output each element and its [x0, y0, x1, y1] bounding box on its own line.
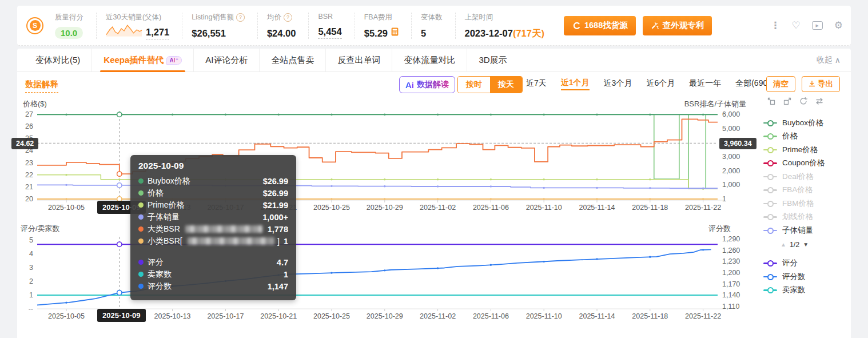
svg-text:27: 27 [25, 110, 33, 118]
legend-line-icon [763, 176, 777, 178]
compare-swap-icon[interactable] [815, 97, 824, 108]
legend-ring-icon [767, 120, 774, 126]
legend-item-划线价格[interactable]: 划线价格 [763, 210, 849, 224]
legend-ring-icon [767, 187, 774, 193]
legend-item-FBM价格[interactable]: FBM价格 [763, 197, 849, 210]
tab-3D展示[interactable]: 3D展示 [467, 49, 518, 71]
box-zoom-back-icon[interactable] [783, 97, 792, 108]
legend-line-icon [763, 289, 777, 291]
tab-label: 全站点售卖 [271, 55, 314, 66]
price-legend-list: Buybox价格价格Prime价格Coupon价格Deal价格FBA价格FBM价… [763, 116, 849, 237]
gear-icon[interactable]: ⚙ [834, 21, 843, 30]
tooltip-value: $21.99 [263, 201, 288, 210]
svg-text:2025-11-02: 2025-11-02 [420, 312, 456, 320]
calc-icon-wrap [391, 27, 399, 38]
range-近3个月[interactable]: 近3个月 [604, 78, 632, 90]
stat-label: 近30天销量(父体) [106, 13, 169, 22]
video-icon[interactable]: ▶ [812, 21, 823, 30]
tab-全站点售卖[interactable]: 全站点售卖 [260, 49, 326, 71]
series-dot [138, 260, 144, 265]
info-icon[interactable]: ? [284, 13, 292, 22]
legend-item-FBA价格[interactable]: FBA价格 [763, 184, 849, 197]
svg-text:2,000: 2,000 [722, 167, 740, 175]
svg-text:1,000: 1,000 [722, 181, 740, 189]
stat-label-text: FBA费用 [364, 13, 392, 22]
legend-item-评分数[interactable]: 评分数 [763, 270, 849, 284]
chart-tooltip: 2025-10-09 Buybox价格$26.99价格$26.99Prime价格… [130, 155, 296, 300]
svg-text:2025-11-22: 2025-11-22 [685, 204, 721, 212]
legend-item-Deal价格[interactable]: Deal价格 [763, 170, 849, 184]
ai-interpret-button[interactable]: Ai 数据解读 [399, 76, 455, 93]
product-summary-bar: S 质量得分10.0近30天销量(父体)1,271Listing销售额?$26,… [17, 6, 851, 46]
ai-badge: AI✦ [166, 56, 182, 65]
tab-AI评论分析[interactable]: AI评论分析 [194, 49, 260, 71]
export-button[interactable]: 导出 [802, 76, 840, 92]
tooltip-value: 1,778 [268, 225, 288, 234]
check-design-patent-button[interactable]: 查外观专利 [643, 16, 712, 35]
svg-text:2025-11-10: 2025-11-10 [526, 312, 562, 320]
tab-反查出单词[interactable]: 反查出单词 [326, 49, 392, 71]
svg-text:3: 3 [29, 264, 33, 272]
tooltip-row-Prime价格: Prime价格$21.99 [138, 199, 288, 211]
data-explain-link[interactable]: 数据解释 [25, 79, 58, 93]
svg-text:--: -- [29, 305, 33, 313]
export-label: 导出 [818, 79, 833, 89]
legend-item-卖家数[interactable]: 卖家数 [763, 284, 849, 297]
stat-value-row: $26,551 [192, 28, 245, 38]
legend-item-评分[interactable]: 评分 [763, 257, 849, 271]
collapse-button[interactable]: 收起 ∧ [817, 49, 841, 71]
svg-text:5,000: 5,000 [722, 125, 740, 133]
stat-label: FBA费用 [364, 13, 399, 22]
page-up-icon[interactable]: ▲ [781, 241, 786, 248]
stat-value-row: $24.00 [267, 28, 296, 38]
range-近1个月[interactable]: 近1个月 [561, 78, 590, 90]
legend-label: 划线价格 [782, 212, 813, 222]
tooltip-label: 子体销量 [148, 212, 180, 222]
find-supplier-1688-button[interactable]: 1688找货源 [564, 16, 636, 35]
legend-item-Coupon价格[interactable]: Coupon价格 [763, 157, 849, 170]
legend-line-icon [763, 263, 777, 264]
legend-item-Buybox价格[interactable]: Buybox价格 [763, 116, 849, 130]
tooltip-row-价格: 价格$26.99 [138, 187, 288, 199]
svg-text:1,230: 1,230 [722, 257, 740, 265]
fee-calculator-icon[interactable] [391, 27, 399, 36]
chart-legend: Buybox价格价格Prime价格Coupon价格Deal价格FBA价格FBM价… [763, 94, 849, 297]
header-buttons: 1688找货源查外观专利 [557, 16, 712, 35]
range-最近一年[interactable]: 最近一年 [689, 78, 721, 90]
tab-label: 变体流量对比 [404, 55, 455, 66]
reset-icon[interactable] [799, 97, 808, 108]
tab-变体对比(5)[interactable]: 变体对比(5) [24, 49, 92, 71]
heart-icon[interactable]: ♡ [792, 21, 801, 30]
tab-变体流量对比[interactable]: 变体流量对比 [392, 49, 467, 71]
info-icon[interactable]: ? [236, 13, 245, 22]
stat-label: 质量得分 [55, 13, 83, 22]
svg-text:2: 2 [29, 277, 33, 285]
clear-button[interactable]: 清空 [766, 76, 795, 92]
more-icon[interactable]: ⋮ [771, 21, 781, 30]
crosshair-date-label-rating-chart: 2025-10-09 [97, 309, 146, 322]
legend-label: 评分 [782, 258, 798, 268]
stat-value: $5.29 [364, 28, 388, 38]
legend-item-子体销量[interactable]: 子体销量 [763, 224, 849, 237]
page-down-icon[interactable]: ▼ [803, 241, 809, 248]
box-zoom-icon[interactable] [767, 97, 776, 108]
stat-value: 5 [421, 28, 426, 38]
legend-label: Prime价格 [782, 145, 818, 155]
tab-Keepa插件替代[interactable]: Keepa插件替代AI✦ [92, 49, 194, 71]
stat-label-text: 上架时间 [465, 13, 493, 22]
range-近6个月[interactable]: 近6个月 [646, 78, 675, 90]
legend-item-Prime价格[interactable]: Prime价格 [763, 143, 849, 157]
svg-text:2025-10-05: 2025-10-05 [48, 204, 85, 212]
svg-text:23: 23 [25, 159, 33, 167]
svg-text:5: 5 [29, 236, 33, 244]
legend-label: FBA价格 [782, 185, 813, 195]
legend-line-icon [763, 276, 777, 278]
legend-ring-icon [767, 228, 774, 234]
series-dot [138, 214, 144, 220]
svg-text:2025-10-13: 2025-10-13 [154, 312, 191, 320]
range-近7天[interactable]: 近7天 [526, 78, 547, 90]
granularity-按时[interactable]: 按时 [458, 77, 490, 93]
stats-row: 质量得分10.0近30天销量(父体)1,271Listing销售额?$26,55… [46, 13, 557, 39]
legend-item-价格[interactable]: 价格 [763, 130, 849, 144]
granularity-按天[interactable]: 按天 [490, 77, 522, 93]
